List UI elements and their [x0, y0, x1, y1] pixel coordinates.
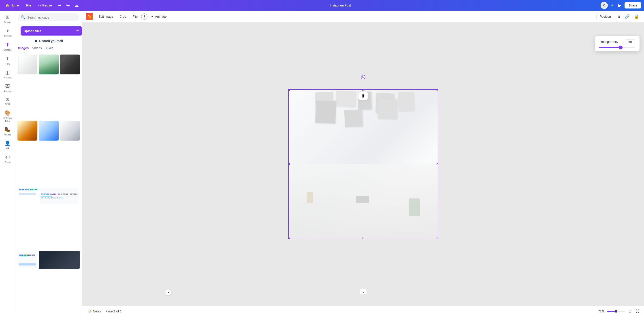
animate-button[interactable]: ✦ Animate: [148, 13, 169, 20]
record-icon: ⏺: [34, 39, 37, 43]
resize-button[interactable]: ⇔ Resize: [36, 2, 54, 8]
image-grid: 7.91K 139K 5.7% 11.7 QUERIES PAGES COUNT…: [15, 52, 82, 316]
pencil-icon: ✏️: [86, 13, 93, 20]
undo-button[interactable]: ↩: [56, 2, 63, 9]
photos-icon: 🖼: [5, 84, 10, 89]
transparency-label: Transparency: [599, 40, 618, 44]
info-button[interactable]: ℹ: [141, 13, 148, 20]
text-icon: T: [6, 56, 9, 62]
zoom-level: 72%: [598, 310, 604, 313]
search-input[interactable]: [27, 16, 76, 19]
search-box[interactable]: 🔍: [18, 13, 80, 21]
canvas-toolbar: ✏️ Edit image Crop Flip ℹ ✦ Animate Posi…: [82, 11, 644, 22]
sidebar-item-elements[interactable]: ✦ Elements: [1, 26, 14, 39]
share-button[interactable]: Share: [624, 2, 641, 8]
search-icon: 🔍: [21, 15, 26, 19]
transparency-header: Transparency 50: [599, 39, 635, 44]
page-info: Page 1 of 1: [106, 310, 122, 313]
tab-videos[interactable]: Videos: [32, 46, 42, 52]
upload-more-icon: ···: [76, 29, 79, 33]
transparency-value[interactable]: 50: [625, 39, 635, 44]
list-item[interactable]: [18, 54, 37, 74]
list-item[interactable]: [39, 121, 59, 141]
icon-sidebar: ⊞ Design ✦ Elements ⬆ Uploads T Text ◫ P…: [0, 11, 15, 316]
uploads-icon: ⬆: [6, 42, 10, 48]
dots-grid-button[interactable]: ⠿: [616, 13, 622, 20]
elements-icon: ✦: [6, 28, 10, 34]
position-button[interactable]: Position: [596, 13, 614, 20]
sidebar-item-hiking[interactable]: 🥾 Hiking: [1, 125, 14, 138]
handle-top-mid[interactable]: [362, 89, 364, 91]
sidebar-item-brand[interactable]: 🏷 Brand: [1, 153, 14, 165]
list-item[interactable]: 🌑: [39, 251, 80, 269]
main-layout: ⊞ Design ✦ Elements ⬆ Uploads T Text ◫ P…: [0, 11, 644, 316]
brand-icon: 🏷: [5, 155, 10, 160]
uploads-header: 🔍: [15, 11, 82, 24]
canvas-image: [289, 90, 438, 239]
edit-image-button[interactable]: Edit image: [96, 13, 116, 20]
document-title: Instagram Post: [82, 3, 599, 7]
tab-images[interactable]: Images: [18, 46, 29, 52]
handle-mid-left[interactable]: [288, 163, 290, 165]
delete-button[interactable]: 🗑: [358, 92, 368, 100]
slider-thumb[interactable]: [619, 46, 622, 49]
lock-button[interactable]: 🔒: [633, 13, 640, 20]
zoom-slider[interactable]: [607, 311, 625, 312]
handle-bot-mid[interactable]: [362, 238, 364, 239]
resize-icon: ⇔: [38, 3, 41, 7]
save-cloud-button[interactable]: ☁: [73, 2, 80, 9]
handle-bot-right[interactable]: [436, 238, 438, 239]
present-button[interactable]: ▶: [617, 2, 623, 9]
sidebar-item-projects[interactable]: ◫ Projects: [1, 68, 14, 81]
home-button[interactable]: 🏠 Home: [3, 2, 22, 8]
handle-top-right[interactable]: [436, 89, 438, 91]
fit-page-button[interactable]: ⊡: [628, 308, 632, 314]
record-yourself-button[interactable]: ⏺ Record yourself: [18, 37, 80, 44]
animate-icon: ✦: [151, 15, 154, 18]
list-item[interactable]: QUERIES PAGES COUNTRIES DEVICES https://…: [39, 187, 80, 205]
home-icon: 🏠: [5, 3, 9, 7]
redo-button[interactable]: ↪: [65, 2, 71, 9]
transparency-slider[interactable]: [599, 47, 635, 48]
hide-panel-button[interactable]: ▼: [165, 289, 172, 296]
handle-top-left[interactable]: [288, 89, 290, 91]
link-button[interactable]: 🔗: [624, 13, 631, 20]
list-item[interactable]: [60, 121, 80, 141]
rotate-handle[interactable]: ↻: [361, 75, 366, 79]
add-user-button[interactable]: +: [610, 2, 615, 9]
sidebar-item-me[interactable]: 👤 ME: [1, 139, 14, 152]
top-navigation: 🏠 Home File ⇔ Resize ↩ ↪ ☁ Instagram Pos…: [0, 0, 644, 11]
tab-audio[interactable]: Audio: [46, 46, 54, 52]
list-item[interactable]: [60, 54, 80, 74]
list-item[interactable]: 7.91K 139K 5.7% 11.7: [18, 187, 37, 205]
handle-mid-right[interactable]: [436, 163, 438, 165]
zoom-slider-wrapper: [607, 311, 625, 312]
sidebar-item-text[interactable]: T Text: [1, 54, 14, 67]
crop-button[interactable]: Crop: [117, 13, 129, 20]
notes-button[interactable]: 📝 Notes: [86, 309, 103, 314]
transparency-popup: Transparency 50: [595, 36, 640, 51]
list-item[interactable]: [18, 121, 37, 141]
sidebar-item-uploads[interactable]: ⬆ Uploads: [1, 40, 14, 53]
fullscreen-button[interactable]: ⛶: [635, 309, 640, 314]
sidebar-item-photos[interactable]: 🖼 Photos: [1, 82, 14, 95]
handle-bot-left[interactable]: [288, 238, 290, 239]
sidebar-item-coloring[interactable]: 🎨 Coloring Bo...: [1, 108, 14, 124]
canvas-frame[interactable]: 🗑: [288, 89, 438, 239]
bottom-bar: 📝 Notes Page 1 of 1 72% ⊡ ⛶: [82, 306, 644, 316]
collapse-pages-button[interactable]: ⌄: [360, 289, 367, 295]
file-button[interactable]: File: [23, 2, 34, 8]
canvas-wrapper: 🗑 ↻ Transparency 50 ▼ ⌄: [82, 22, 644, 306]
zoom-thumb[interactable]: [615, 310, 617, 313]
chevron-down-icon: ⌄: [362, 290, 365, 294]
canvas-area: ✏️ Edit image Crop Flip ℹ ✦ Animate Posi…: [82, 11, 644, 316]
list-item[interactable]: [39, 54, 59, 74]
sidebar-item-design[interactable]: ⊞ Design: [1, 12, 14, 25]
upload-files-button[interactable]: Upload files ···: [20, 26, 82, 35]
notes-icon: 📝: [88, 310, 92, 313]
seo-icon: S: [6, 97, 9, 102]
sidebar-item-seo[interactable]: S SEO: [1, 96, 14, 108]
flip-button[interactable]: Flip: [130, 13, 140, 20]
design-icon: ⊞: [6, 14, 10, 20]
list-item[interactable]: 6.17K 87.6K 7% 10.3: [18, 251, 37, 269]
